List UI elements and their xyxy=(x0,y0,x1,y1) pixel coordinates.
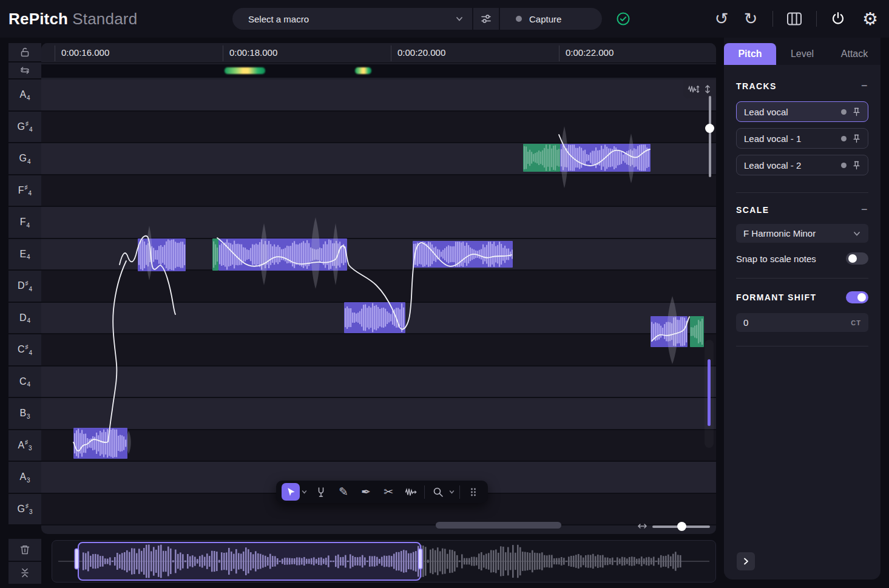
pin-icon[interactable] xyxy=(853,134,860,143)
note-block[interactable] xyxy=(138,238,186,271)
note-waveform xyxy=(212,238,218,271)
expand-vertical-icon[interactable] xyxy=(703,84,712,94)
note-label-As3[interactable]: A♯3 xyxy=(8,430,41,461)
formant-section-header: FORMANT SHIFT xyxy=(736,291,868,303)
note-block[interactable] xyxy=(560,144,651,172)
scissors-tool-button[interactable]: ✂ xyxy=(379,483,397,501)
pin-icon[interactable] xyxy=(853,161,860,170)
power-button[interactable] xyxy=(829,0,847,38)
overview-selection[interactable] xyxy=(78,542,421,581)
redo-button[interactable]: ↻ xyxy=(742,0,760,38)
macro-settings-button[interactable] xyxy=(473,8,499,30)
note-waveform xyxy=(413,241,513,268)
collapse-section-button[interactable]: − xyxy=(861,203,868,216)
toolbar-separator xyxy=(459,485,460,499)
tuning-fork-tool-button[interactable] xyxy=(312,483,330,501)
macro-dropdown-label: Select a macro xyxy=(248,14,455,24)
tab-level[interactable]: Level xyxy=(776,43,828,65)
note-block[interactable] xyxy=(344,302,405,333)
timeline[interactable]: 0:00:16.0000:00:18.0000:00:20.0000:00:22… xyxy=(41,43,716,63)
pencil-tool-button[interactable]: ✎ xyxy=(334,483,353,501)
wave-zoom-icon[interactable] xyxy=(688,84,700,94)
panel-next-button[interactable] xyxy=(737,552,755,570)
cursor-icon xyxy=(286,487,296,497)
brand-name: RePitch xyxy=(8,10,68,29)
note-label-B3[interactable]: B3 xyxy=(8,398,41,429)
edit-toolbar: ✎ ✒ ✂ xyxy=(276,481,488,503)
snap-toggle[interactable] xyxy=(846,252,868,265)
top-bar: RePitch Standard Select a macro Capture … xyxy=(0,0,889,38)
scale-dropdown[interactable]: F Harmonic Minor xyxy=(736,224,868,243)
note-label-E4[interactable]: E4 xyxy=(8,239,41,270)
layout-columns-button[interactable] xyxy=(785,0,804,38)
settings-button[interactable]: ⚙ xyxy=(860,0,880,38)
chevron-right-icon xyxy=(742,557,750,566)
formant-shift-field[interactable]: 0 CT xyxy=(736,313,868,332)
chevron-down-icon xyxy=(853,229,861,238)
note-block[interactable] xyxy=(218,238,347,271)
pen-tool-button[interactable]: ✒ xyxy=(357,483,375,501)
chevron-down-icon[interactable] xyxy=(448,488,455,495)
undo-button[interactable]: ↺ xyxy=(712,0,731,38)
grip-dots-icon xyxy=(470,487,477,497)
macro-dropdown[interactable]: Select a macro xyxy=(232,8,472,30)
grid-row xyxy=(41,367,716,399)
capture-button[interactable]: Capture xyxy=(500,8,602,30)
collapse-section-button[interactable]: − xyxy=(861,79,868,92)
vertical-scrollbar-thumb[interactable] xyxy=(708,359,711,426)
pin-icon[interactable] xyxy=(853,107,860,117)
unvoiced-block[interactable] xyxy=(212,238,218,271)
note-label-D4[interactable]: D4 xyxy=(8,303,41,334)
note-label-A4[interactable]: A4 xyxy=(8,79,41,110)
wave-tool-button[interactable] xyxy=(402,483,420,501)
note-label-Gs4[interactable]: G♯4 xyxy=(8,112,41,143)
track-item[interactable]: Lead vocal xyxy=(736,101,868,122)
expand-horizontal-icon[interactable] xyxy=(637,521,647,531)
note-label-Ds4[interactable]: D♯4 xyxy=(8,271,41,302)
unvoiced-block[interactable] xyxy=(523,144,560,172)
pencil-icon: ✎ xyxy=(339,486,348,498)
note-waveform xyxy=(560,144,651,172)
grid-row xyxy=(41,334,716,367)
trash-icon xyxy=(19,544,31,556)
loudness-segment xyxy=(355,67,371,74)
note-label-Gs3[interactable]: G♯3 xyxy=(8,494,41,525)
select-tool-button[interactable] xyxy=(282,483,300,501)
horizontal-scrollbar[interactable] xyxy=(436,522,561,529)
note-waveform xyxy=(218,238,347,271)
audio-overview[interactable] xyxy=(52,540,716,583)
selection-right-handle[interactable] xyxy=(419,549,422,569)
magnifier-icon xyxy=(433,487,444,498)
tab-pitch[interactable]: Pitch xyxy=(724,43,776,65)
toolbar-drag-handle[interactable] xyxy=(464,483,482,501)
note-label-Fs4[interactable]: F♯4 xyxy=(8,175,41,206)
note-block[interactable] xyxy=(413,241,513,268)
note-label-A3[interactable]: A3 xyxy=(8,462,41,493)
note-label-C4[interactable]: C4 xyxy=(8,367,41,397)
tab-attack[interactable]: Attack xyxy=(828,43,881,65)
track-item[interactable]: Lead vocal - 1 xyxy=(736,128,868,149)
zoom-tool-button[interactable] xyxy=(429,483,447,501)
power-icon xyxy=(831,11,845,27)
chevron-down-icon[interactable] xyxy=(301,488,308,495)
tracks-section-header: TRACKS − xyxy=(736,79,868,92)
note-block[interactable] xyxy=(651,316,688,347)
note-waveform xyxy=(138,238,186,271)
note-label-F4[interactable]: F4 xyxy=(8,207,41,238)
track-item[interactable]: Lead vocal - 2 xyxy=(736,155,868,175)
note-label-Cs4[interactable]: C♯4 xyxy=(8,334,41,365)
scale-title: SCALE xyxy=(736,205,769,215)
delete-button[interactable] xyxy=(8,539,41,561)
collapse-overview-button[interactable] xyxy=(8,562,41,584)
vertical-zoom-slider[interactable] xyxy=(709,96,711,177)
unvoiced-block[interactable] xyxy=(690,316,704,347)
horizontal-zoom-knob[interactable] xyxy=(677,522,686,531)
formant-toggle[interactable] xyxy=(846,291,868,303)
lock-button[interactable] xyxy=(8,43,41,61)
loop-button[interactable] xyxy=(8,63,41,78)
vertical-zoom-knob[interactable] xyxy=(705,124,714,133)
note-label-G4[interactable]: G4 xyxy=(8,143,41,174)
grid-row xyxy=(41,271,716,303)
note-block[interactable] xyxy=(73,428,127,459)
selection-left-handle[interactable] xyxy=(75,549,78,569)
